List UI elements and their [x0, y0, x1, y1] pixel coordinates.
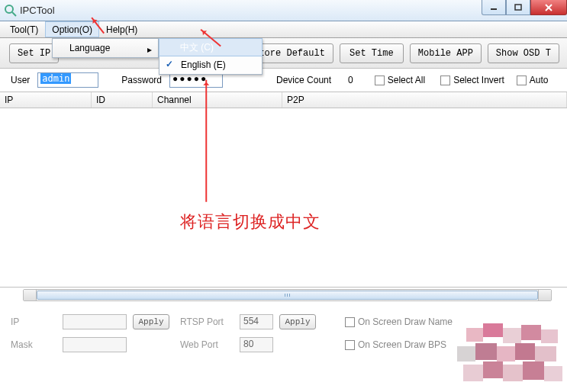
menu-help[interactable]: Help(H) — [99, 21, 144, 37]
web-port-input[interactable]: 80 — [240, 337, 273, 352]
web-port-label: Web Port — [180, 339, 234, 350]
mask-label: Mask — [11, 339, 56, 350]
check-icon: ✓ — [166, 59, 173, 69]
device-count-label: Device Count — [276, 75, 331, 85]
col-channel[interactable]: Channel — [153, 92, 282, 108]
ip-label: IP — [11, 316, 56, 327]
user-input[interactable]: admin — [37, 72, 98, 88]
close-button[interactable] — [530, 0, 567, 15]
device-count-value: 0 — [348, 75, 353, 85]
app-icon — [5, 5, 17, 17]
select-invert-checkbox[interactable]: Select Invert — [440, 75, 504, 85]
mask-input[interactable] — [63, 337, 127, 352]
auto-label: Auto — [530, 75, 549, 85]
minimize-button[interactable] — [482, 0, 506, 15]
show-osd-button[interactable]: Show OSD T — [488, 43, 559, 63]
select-all-checkbox[interactable]: Select All — [375, 75, 425, 85]
select-invert-label: Select Invert — [453, 75, 504, 85]
col-ip[interactable]: IP — [0, 92, 92, 108]
rtsp-port-label: RTSP Port — [180, 316, 234, 327]
ip-apply-button[interactable]: Apply — [133, 314, 169, 329]
table-header: IP ID Channel P2P — [0, 92, 567, 108]
rtsp-apply-button[interactable]: Apply — [279, 314, 316, 329]
col-p2p[interactable]: P2P — [282, 92, 567, 108]
ip-input[interactable] — [63, 314, 127, 329]
lang-english[interactable]: ✓ English (E) — [159, 56, 262, 74]
select-all-label: Select All — [388, 75, 425, 85]
chevron-right-icon: ▸ — [147, 44, 152, 55]
hscroll-row — [0, 288, 567, 303]
set-time-button[interactable]: Set Time — [340, 43, 404, 63]
osd-bps-label: On Screen Draw BPS — [358, 339, 446, 350]
user-label: User — [11, 75, 30, 85]
window-controls — [482, 0, 567, 15]
option-submenu: Language ▸ — [52, 38, 159, 58]
osd-name-label: On Screen Draw Name — [358, 316, 453, 327]
language-menu: 中文 (C) ✓ English (E) — [159, 38, 263, 75]
osd-name-checkbox[interactable]: On Screen Draw Name — [345, 316, 453, 327]
svg-rect-3 — [515, 5, 521, 10]
user-value: admin — [40, 73, 71, 84]
menu-option[interactable]: Option(O) — [45, 21, 99, 37]
window-title: IPCTool — [20, 5, 55, 16]
col-id[interactable]: ID — [92, 92, 153, 108]
hscroll-track[interactable] — [23, 289, 552, 301]
annotation-text: 将语言切换成中文 — [180, 210, 321, 233]
maximize-button[interactable] — [506, 0, 530, 15]
svg-line-1 — [12, 12, 16, 16]
menu-tool[interactable]: Tool(T) — [3, 21, 45, 37]
password-input[interactable]: ●●●●● — [169, 72, 223, 88]
credentials-row: User admin Password ●●●●● Device Count 0… — [0, 69, 567, 92]
hscroll-thumb[interactable] — [37, 291, 538, 300]
lang-chinese[interactable]: 中文 (C) — [159, 38, 263, 56]
submenu-language-label: Language — [69, 43, 110, 53]
svg-point-0 — [5, 5, 13, 13]
menu-bar: Tool(T) Option(O) Help(H) — [0, 21, 567, 38]
rtsp-port-input[interactable]: 554 — [240, 314, 273, 329]
auto-checkbox[interactable]: Auto — [517, 75, 549, 85]
table-body — [0, 108, 567, 288]
censored-region — [453, 323, 567, 392]
password-label: Password — [121, 75, 162, 85]
annotation-arrow-3 — [205, 80, 207, 202]
lang-chinese-label: 中文 (C) — [180, 41, 214, 54]
mobile-app-button[interactable]: Mobile APP — [410, 43, 482, 63]
osd-bps-checkbox[interactable]: On Screen Draw BPS — [345, 339, 446, 350]
lang-english-label: English (E) — [181, 59, 226, 70]
submenu-language[interactable]: Language ▸ — [53, 39, 158, 57]
title-bar: IPCTool — [0, 0, 567, 21]
